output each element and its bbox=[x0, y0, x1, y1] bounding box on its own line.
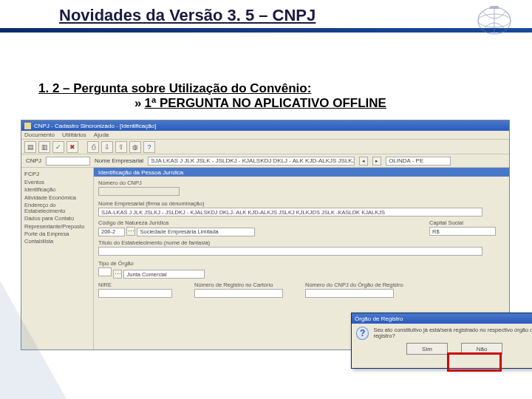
question-icon: ? bbox=[356, 327, 369, 340]
input-cod-nat-desc: Sociedade Empresária Limitada bbox=[137, 228, 255, 236]
input-numero-cnpj[interactable] bbox=[98, 187, 180, 196]
app-titlebar: CNPJ - Cadastro Sincronizado - [Identifi… bbox=[21, 120, 509, 131]
input-num-reg[interactable] bbox=[194, 289, 283, 298]
sidebar-item-contabilista[interactable]: Contabilista bbox=[24, 238, 90, 245]
menu-utilitarios[interactable]: Utilitários bbox=[62, 132, 86, 138]
docbar-municipio-field[interactable]: OLINDA - PE bbox=[386, 157, 451, 166]
sidebar-item-contato[interactable]: Dados para Contato bbox=[24, 215, 90, 222]
docbar-nome-field[interactable]: SJA LKAS J JLK JSLK - JSLDKJ - KJALSKDJ … bbox=[148, 157, 355, 166]
dialog-no-button[interactable]: Não bbox=[461, 343, 502, 355]
tb-open-icon[interactable]: ▥ bbox=[38, 141, 50, 153]
lbl-titulo: Título do Estabelecimento (nome de fanta… bbox=[98, 239, 505, 246]
sidebar-item-porte[interactable]: Porte da Empresa bbox=[24, 231, 90, 238]
sidebar-title: FCPJ bbox=[24, 171, 90, 177]
input-titulo[interactable] bbox=[98, 247, 482, 256]
corner-decoration bbox=[0, 281, 66, 399]
dialog-yes-button[interactable]: Sim bbox=[406, 343, 448, 355]
subtitle-block: 1. 2 – Pergunta sobre Utilização do Conv… bbox=[38, 81, 502, 111]
app-icon bbox=[24, 123, 31, 129]
subtitle-line-1: 1. 2 – Pergunta sobre Utilização do Conv… bbox=[38, 81, 502, 96]
input-cod-nat-code[interactable]: 206-2 bbox=[98, 228, 125, 236]
dialog-message: Seu ato constitutivo já está/será regist… bbox=[373, 327, 532, 340]
tb-import-icon[interactable]: ⇧ bbox=[115, 141, 127, 153]
tb-help-icon[interactable]: ? bbox=[143, 141, 155, 153]
embedded-app-window: CNPJ - Cadastro Sincronizado - [Identifi… bbox=[21, 120, 510, 350]
app-toolbar: ▤ ▥ ✓ ✖ ⎙ ⇩ ⇧ ◍ ? bbox=[21, 140, 509, 154]
input-nome-emp[interactable]: SJA-LKAS J JLK JSLKJ - JSLDKJ - KJALSKDJ… bbox=[98, 208, 482, 216]
input-nire[interactable] bbox=[98, 289, 172, 298]
dialog-titlebar: Órgão de Registro × bbox=[352, 313, 532, 324]
lbl-capital: Capital Social bbox=[429, 219, 496, 226]
panel-header: Identificação da Pessoa Jurídica bbox=[94, 168, 509, 177]
input-tipo-orgao-code[interactable] bbox=[98, 267, 112, 276]
nav-prev-icon[interactable]: ◂ bbox=[359, 157, 368, 166]
lookup-orgao-icon[interactable]: ⋯ bbox=[113, 270, 122, 279]
subtitle-2-text: 1ª PERGUNTA NO APLICATIVO OFFLINE bbox=[144, 96, 386, 110]
doc-bar: CNPJ Nome Empresarial SJA LKAS J JLK JSL… bbox=[21, 154, 509, 168]
subtitle-line-2: »1ª PERGUNTA NO APLICATIVO OFFLINE bbox=[134, 96, 502, 111]
docbar-cnpj-field[interactable] bbox=[46, 157, 90, 166]
sidebar-item-identificacao[interactable]: Identificação bbox=[24, 186, 90, 194]
nav-next-icon[interactable]: ▸ bbox=[372, 157, 381, 166]
content-panel: Identificação da Pessoa Jurídica Número … bbox=[94, 168, 509, 349]
tb-check-icon[interactable]: ✓ bbox=[52, 141, 64, 153]
tb-print-icon[interactable]: ⎙ bbox=[87, 141, 99, 153]
menu-documento[interactable]: Documento bbox=[24, 132, 55, 138]
dialog-title: Órgão de Registro bbox=[355, 316, 403, 322]
lbl-nome-emp: Nome Empresarial (firma ou denominação) bbox=[98, 200, 505, 207]
menu-ajuda[interactable]: Ajuda bbox=[94, 132, 109, 138]
docbar-nome-label: Nome Empresarial bbox=[95, 157, 143, 164]
input-tipo-orgao-desc: Junta Comercial bbox=[123, 270, 205, 279]
input-num-cnpj-orgao[interactable] bbox=[305, 289, 394, 298]
dialog-orgao-registro: Órgão de Registro × ? Seu ato constituti… bbox=[351, 313, 532, 369]
bullet-icon: » bbox=[134, 96, 141, 111]
app-window-title: CNPJ - Cadastro Sincronizado - [Identifi… bbox=[34, 123, 156, 129]
slide-title: Novidades da Versão 3. 5 – CNPJ bbox=[59, 6, 316, 25]
sidebar-item-representante[interactable]: Representante/Preposto bbox=[24, 223, 90, 231]
docbar-cnpj-label: CNPJ bbox=[26, 157, 41, 164]
lbl-cod-nat: Código de Natureza Jurídica bbox=[98, 219, 255, 226]
lbl-num-reg: Número de Registro no Cartório bbox=[194, 282, 283, 288]
input-capital[interactable]: R$ bbox=[429, 227, 496, 236]
title-accent-band bbox=[0, 28, 532, 33]
app-menubar: Documento Utilitários Ajuda bbox=[21, 131, 509, 140]
tb-export-icon[interactable]: ⇩ bbox=[101, 141, 113, 153]
sidebar-item-atividade[interactable]: Atividade Econômica bbox=[24, 194, 90, 202]
lbl-numero-cnpj: Número do CNPJ bbox=[98, 180, 505, 186]
sidebar-item-endereco[interactable]: Endereço do Estabelecimento bbox=[24, 202, 90, 216]
tb-delete-icon[interactable]: ✖ bbox=[66, 141, 78, 153]
tb-new-icon[interactable]: ▤ bbox=[24, 141, 36, 153]
lbl-tipo-orgao: Tipo de Órgão bbox=[98, 260, 505, 267]
tb-globe-icon[interactable]: ◍ bbox=[129, 141, 141, 153]
lbl-num-cnpj-orgao: Número do CNPJ do Órgão de Registro bbox=[305, 282, 403, 288]
lbl-nire: NIRE bbox=[98, 282, 172, 288]
lookup-icon[interactable]: ⋯ bbox=[126, 227, 135, 236]
sidebar-item-eventos[interactable]: Eventos bbox=[24, 179, 90, 186]
receita-federal-logo bbox=[476, 4, 513, 37]
